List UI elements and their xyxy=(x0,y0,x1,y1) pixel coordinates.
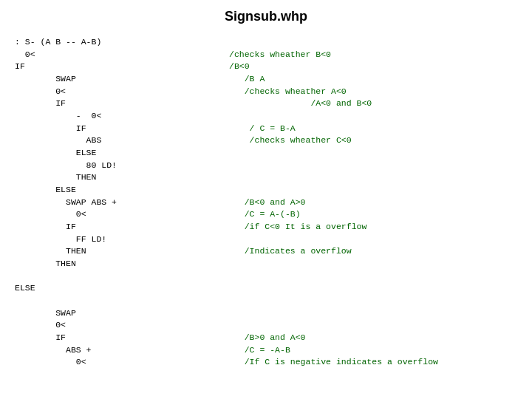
code-right: /checks wheather B<0 /B<0 /B A /checks w… xyxy=(222,36,517,369)
code-area: : S- (A B -- A-B) 0< IF SWAP 0< IF - 0< … xyxy=(0,30,532,375)
page-title: Signsub.whp xyxy=(0,0,532,30)
code-left: : S- (A B -- A-B) 0< IF SWAP 0< IF - 0< … xyxy=(15,36,222,369)
